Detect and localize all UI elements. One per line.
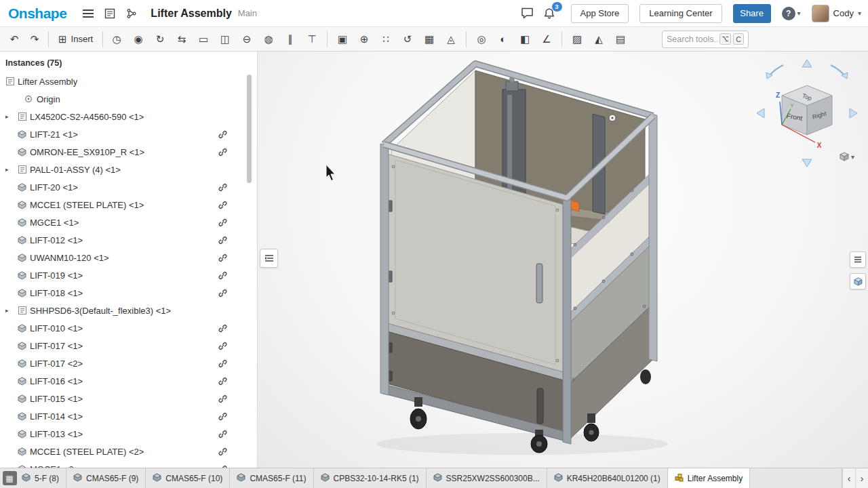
instance-row[interactable]: ▸ LIFT-016 <1>: [0, 372, 257, 390]
instance-row[interactable]: ▸ LIFT-012 <1>: [0, 231, 257, 249]
instance-row[interactable]: ▸ LIFT-018 <1>: [0, 284, 257, 302]
instance-row[interactable]: ▸ MCCE1 (STEEL PLATE) <1>: [0, 196, 257, 214]
parallel-mate-button[interactable]: ∥: [280, 30, 300, 49]
instance-row[interactable]: ▸ LIFT-20 <1>: [0, 178, 257, 196]
planar-mate-button[interactable]: ▭: [193, 30, 214, 49]
workspace-name[interactable]: Main: [238, 8, 257, 18]
link-icon[interactable]: [218, 288, 227, 298]
link-icon[interactable]: [218, 464, 227, 468]
appearance-button[interactable]: ▨: [567, 30, 587, 49]
instance-row[interactable]: ▸ LIFT-019 <1>: [0, 266, 257, 284]
link-icon[interactable]: [218, 270, 227, 280]
instance-row[interactable]: ▸ LIFT-015 <1>: [0, 390, 257, 407]
configuration-panel-button[interactable]: [850, 273, 866, 289]
expand-arrow-icon[interactable]: ▸: [5, 113, 18, 120]
document-tab[interactable]: CPBS32-10-14-RK5 (1): [314, 468, 427, 488]
main-menu-button[interactable]: [79, 4, 98, 23]
comments-button[interactable]: [518, 4, 537, 23]
instance-row[interactable]: ▸ LIFT-014 <1>: [0, 407, 257, 425]
expand-arrow-icon[interactable]: ▸: [5, 307, 18, 314]
view-cube-menu-button[interactable]: ▾: [840, 152, 854, 161]
mate-connector-button[interactable]: ⊕: [354, 30, 374, 49]
document-tab[interactable]: SSR25XW2SS600300B...: [427, 468, 547, 488]
link-icon[interactable]: [218, 235, 227, 245]
instances-panel-toggle-button[interactable]: [260, 249, 278, 268]
sidebar-scrollbar[interactable]: [247, 75, 252, 183]
instance-row[interactable]: ▸ UWANM10-120 <1>: [0, 249, 257, 266]
instance-row[interactable]: Lifter Assembly: [0, 73, 257, 90]
instance-row[interactable]: ▸ OMRON-EE_SX910P_R <1>: [0, 143, 257, 161]
document-outline-button[interactable]: [100, 4, 119, 23]
instance-row[interactable]: ▸ MGCE1 <1>: [0, 214, 257, 231]
instance-row[interactable]: ▸ LIFT-013 <1>: [0, 425, 257, 443]
display-states-button[interactable]: ◐: [493, 30, 513, 49]
interference-button[interactable]: ◭: [589, 30, 609, 49]
undo-button[interactable]: ↶: [4, 30, 24, 49]
revolute-mate-button[interactable]: ↻: [150, 30, 170, 49]
measure-button[interactable]: ∠: [536, 30, 557, 49]
link-icon[interactable]: [218, 359, 227, 368]
linear-pattern-button[interactable]: ∷: [376, 30, 396, 49]
search-tools-box[interactable]: Search tools... C: [662, 30, 749, 48]
view-cube[interactable]: Top Front Right Z X Y: [757, 60, 857, 167]
bom-table-button[interactable]: ▦: [419, 30, 439, 49]
slider-mate-button[interactable]: ⇆: [172, 30, 192, 49]
document-tab[interactable]: CMAS65-F (10): [146, 468, 230, 488]
redo-button[interactable]: ↷: [24, 30, 45, 49]
instance-row[interactable]: ▸ Origin: [0, 90, 257, 108]
link-icon[interactable]: [218, 182, 227, 192]
bom-panel-button[interactable]: [850, 251, 866, 268]
document-tab[interactable]: CMAS65-F (11): [230, 468, 313, 488]
instance-row[interactable]: ▸ PALL-01-ASSY (4) <1>: [0, 161, 257, 178]
link-icon[interactable]: [218, 129, 227, 139]
tangent-mate-button[interactable]: ⊤: [302, 30, 322, 49]
help-button[interactable]: ? ▾: [782, 7, 801, 20]
exploded-view-button[interactable]: ◬: [441, 30, 461, 49]
instance-row[interactable]: ▸ SHHPSD6-3(Default-_flexible3) <1>: [0, 302, 257, 319]
link-icon[interactable]: [218, 218, 227, 227]
circular-pattern-button[interactable]: ↺: [397, 30, 418, 49]
link-icon[interactable]: [218, 253, 227, 262]
instance-row[interactable]: ▸ LX4520C-S2-A4560-590 <1>: [0, 108, 257, 125]
link-icon[interactable]: [218, 411, 227, 421]
link-icon[interactable]: [218, 376, 227, 386]
scroll-tabs-right-button[interactable]: ›: [855, 468, 868, 488]
viewport-3d[interactable]: Top Front Right Z X Y ▾: [258, 52, 868, 468]
search-tools-input[interactable]: Search tools...: [667, 35, 717, 44]
notifications-button[interactable]: 3: [540, 4, 559, 23]
fastened-mate-button[interactable]: ◉: [128, 30, 149, 49]
instance-row[interactable]: ▸ LIFT-21 <1>: [0, 125, 257, 143]
link-icon[interactable]: [218, 341, 227, 350]
expand-arrow-icon[interactable]: ▸: [5, 166, 18, 173]
link-icon[interactable]: [218, 200, 227, 209]
scroll-tabs-left-button[interactable]: ‹: [842, 468, 855, 488]
share-button[interactable]: Share: [733, 4, 771, 23]
mate-button[interactable]: ◷: [106, 30, 127, 49]
instance-row[interactable]: ▸ LIFT-017 <1>: [0, 337, 257, 354]
drawing-button[interactable]: ▤: [610, 30, 631, 49]
ball-mate-button[interactable]: ◍: [258, 30, 279, 49]
learning-center-button[interactable]: Learning Center: [639, 4, 722, 23]
onshape-logo[interactable]: Onshape: [8, 5, 66, 22]
instance-row[interactable]: ▸ MCCE1 (STEEL PLATE) <2>: [0, 443, 257, 460]
pin-slot-mate-button[interactable]: ⊖: [237, 30, 257, 49]
instance-row[interactable]: ▸ MGCE1 <2>: [0, 460, 257, 468]
document-tab[interactable]: KR45H20B640L01200 (1): [547, 468, 668, 488]
section-view-button[interactable]: ◧: [515, 30, 535, 49]
link-icon[interactable]: [218, 323, 227, 333]
group-button[interactable]: ▣: [332, 30, 353, 49]
instance-row[interactable]: ▸ LIFT-010 <1>: [0, 319, 257, 337]
link-icon[interactable]: [218, 447, 227, 456]
named-positions-button[interactable]: ◎: [471, 30, 492, 49]
link-icon[interactable]: [218, 147, 227, 157]
link-icon[interactable]: [218, 394, 227, 403]
link-icon[interactable]: [218, 429, 227, 439]
3d-model-lifter-assembly[interactable]: [376, 64, 668, 455]
user-menu[interactable]: Cody ▾: [812, 5, 861, 22]
tab-manager-button[interactable]: ▦: [0, 468, 19, 488]
app-store-button[interactable]: App Store: [571, 4, 629, 23]
insert-button[interactable]: ⊞ Insert: [52, 30, 99, 49]
document-tab[interactable]: CMAS65-F (9): [66, 468, 146, 488]
cylindrical-mate-button[interactable]: ◫: [215, 30, 235, 49]
document-tab[interactable]: Lifter Assembly: [668, 468, 750, 488]
